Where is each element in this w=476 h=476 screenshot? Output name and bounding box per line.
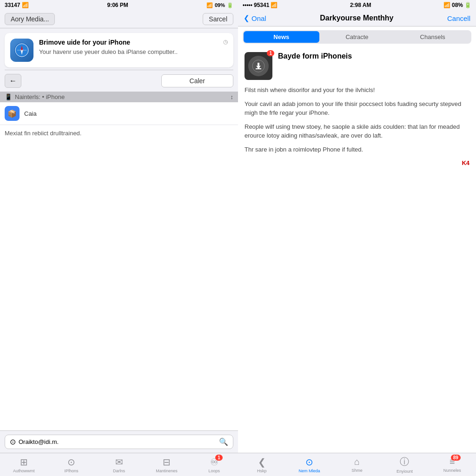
segment-catracte[interactable]: Catracte (319, 31, 395, 43)
authowwmt-icon: ⊞ (20, 456, 28, 468)
article-area: 1 Bayde form iPhoneis Filst nish where d… (238, 47, 476, 453)
notification-title: Brimove uide for your iPhone (39, 39, 218, 46)
tab-iplhons-label: IPlhons (65, 469, 79, 473)
svg-rect-7 (258, 63, 259, 67)
download-svg (251, 59, 265, 73)
search-icon: 🔍 (219, 437, 228, 446)
notification-content: Brimove uide for your iPhone Your havenr… (39, 39, 218, 56)
tab-loops-label: Loops (209, 469, 220, 473)
tab-iplhons[interactable]: ⊙ IPlhons (47, 453, 95, 476)
search-input[interactable] (19, 438, 216, 445)
list-header: 📱 Nainterls: • iPhone ↕ (0, 92, 238, 102)
right-battery: 08% (452, 2, 463, 8)
nunneles-badge: 89 (451, 455, 461, 461)
list-item-icon: 📦 (5, 106, 20, 121)
list-item[interactable]: 📦 Caia (0, 102, 238, 125)
action-bar: ← Caler (0, 70, 238, 92)
search-left-icon: ⊙ (10, 437, 16, 446)
loops-badge: 1 (215, 455, 223, 461)
tab-nem-mleda[interactable]: ⊙ Nem Mleda (285, 453, 333, 476)
hskp-icon: ❮ (258, 456, 266, 468)
article-header: 1 Bayde form iPhoneis (245, 52, 469, 80)
search-input-wrapper: ⊙ 🔍 (5, 435, 233, 449)
nav-bar-left: Aory Media... Sarcel (0, 10, 238, 28)
content-text: Mexiat fin rebiict drulltrained. (5, 130, 233, 137)
segment-chansels[interactable]: Chansels (395, 31, 470, 43)
article-body-3: Reople wilf using tnew stoey, he saople … (245, 122, 469, 140)
left-right-group: 📶 09% 🔋 (206, 2, 233, 8)
list-header-text: Nainterls: • iPhone (15, 93, 65, 100)
tab-darlns[interactable]: ✉ Darlns (95, 453, 143, 476)
tab-hskp-label: Hskp (257, 469, 267, 473)
right-status-right: 📶 08% 🔋 (443, 2, 471, 8)
right-wifi-icon: 📶 (271, 2, 278, 8)
tab-darlns-label: Darlns (113, 469, 125, 473)
sort-icon[interactable]: ↕ (231, 93, 234, 100)
tab-enyiount-label: Enyiount (397, 469, 413, 474)
download-icon (248, 56, 269, 76)
segment-control: News Catracte Chansels (243, 30, 471, 44)
article-body: Filst nish where disorifor and your for … (245, 86, 469, 168)
article-body-4: Thr sare in jobn a roimlovtep Phone if f… (245, 145, 469, 154)
right-panel: ••••• 95341 📶 2:98 AM 📶 08% 🔋 ❮ Onal Dar… (238, 0, 476, 476)
back-button[interactable]: ← (5, 74, 21, 88)
article-thumbnail: 1 (245, 52, 272, 80)
bottom-tab-bar-right: ❮ Hskp ⊙ Nem Mleda ⌂ Shme ⓘ Enyiount 89 … (238, 453, 476, 476)
article-footer: K4 (245, 159, 469, 168)
status-bar-right: ••••• 95341 📶 2:98 AM 📶 08% 🔋 (238, 0, 476, 10)
notification-app-icon (10, 39, 33, 62)
tab-hskp[interactable]: ❮ Hskp (238, 453, 285, 476)
nav-cancel-button[interactable]: Cancell (447, 14, 470, 22)
back-label: Onal (251, 14, 266, 22)
tab-authowwmt[interactable]: ⊞ Authowwmt (0, 453, 47, 476)
nav-bar-right: ❮ Onal Darkyourse Menthhy Cancell (238, 10, 476, 26)
list-header-left: 📱 Nainterls: • iPhone (5, 93, 65, 100)
chevron-left-icon: ❮ (244, 14, 250, 22)
right-carrier: 95341 (254, 2, 269, 8)
left-time: 33147 (5, 2, 20, 8)
right-center-time: 2:98 AM (350, 2, 371, 8)
tab-authowwmt-label: Authowwmt (13, 469, 35, 473)
tab-enyiount[interactable]: ⓘ Enyiount (381, 453, 428, 476)
right-battery-icon: 🔋 (464, 2, 471, 8)
svg-rect-8 (256, 68, 261, 69)
tab-shme[interactable]: ⌂ Shme (333, 453, 381, 476)
notification-time: ◷ (223, 39, 228, 45)
left-center-time: 9:06 PM (107, 2, 128, 8)
list-item-name: Caia (24, 110, 37, 117)
signal-strength-icon: 📶 (206, 2, 213, 8)
sarcel-button[interactable]: Sarcel (203, 13, 233, 25)
wifi-signal-icon: 📶 (22, 2, 29, 8)
status-left-group: 33147 📶 (5, 2, 29, 8)
tab-mantinenes[interactable]: ⊟ Mantinenes (143, 453, 190, 476)
nav-back-button[interactable]: ❮ Onal (244, 14, 266, 22)
notification-card: Brimove uide for your iPhone Your havenr… (5, 33, 233, 67)
search-bar-area: ⊙ 🔍 (0, 430, 238, 453)
safari-icon (13, 42, 30, 59)
segment-news[interactable]: News (244, 31, 319, 43)
right-status-left: ••••• 95341 📶 (243, 2, 278, 8)
iplhons-icon: ⊙ (67, 456, 75, 468)
nav-title-button[interactable]: Aory Media... (5, 13, 55, 25)
article-body-2: Youir cavil an adab jomon to your life t… (245, 99, 469, 118)
left-battery: 09% (215, 2, 225, 8)
shme-icon: ⌂ (354, 456, 360, 467)
caler-button[interactable]: Caler (161, 74, 233, 87)
article-title: Bayde form iPhoneis (278, 52, 469, 80)
tab-shme-label: Shme (351, 468, 363, 473)
article-badge: 1 (267, 50, 274, 56)
tab-loops[interactable]: 1 ♾ Loops (191, 453, 238, 476)
phone-icon: 📱 (5, 93, 12, 100)
tab-mantinenes-label: Mantinenes (156, 469, 178, 473)
tab-nunneles-label: Nunneles (443, 468, 461, 473)
left-panel: 33147 📶 9:06 PM 📶 09% 🔋 Aory Media... Sa… (0, 0, 238, 476)
article-body-1: Filst nish where disorifor and your for … (245, 86, 469, 95)
notification-body: Your havenr use yeuer duleo ba iPlanse c… (39, 48, 218, 56)
content-area: Mexiat fin rebiict drulltrained. (0, 125, 238, 430)
tab-nunneles[interactable]: 89 ≡ Nunneles (429, 453, 476, 476)
battery-icon: 🔋 (227, 2, 233, 8)
nem-mleda-icon: ⊙ (305, 456, 313, 468)
right-signal-dots: ••••• (243, 2, 252, 8)
right-wifi-icon2: 📶 (443, 2, 450, 8)
mantinenes-icon: ⊟ (163, 456, 171, 468)
